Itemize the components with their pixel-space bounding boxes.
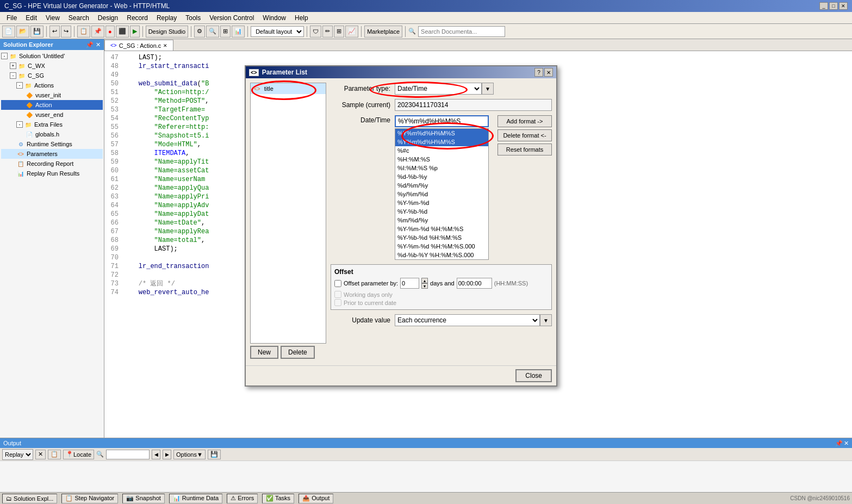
editor-tab-action[interactable]: <> C_SG : Action.c ✕ [104,40,173,51]
expand-cwx[interactable]: + [10,63,16,69]
datetime-option-2[interactable]: %#c [395,146,488,155]
pin-icon[interactable]: 📌 [86,41,94,48]
datetime-option-12[interactable]: %Y-%b-%d %H:%M:%S [395,233,488,242]
delete-format-btn[interactable]: Delete format <- [497,129,552,141]
toolbar-shield[interactable]: 🛡 [310,26,321,38]
toolbar-paste[interactable]: 📌 [91,26,104,38]
param-type-dropdown-btn[interactable]: ▼ [482,83,494,95]
toolbar-icon3[interactable]: ⊞ [220,26,231,38]
toolbar-rec-stop[interactable]: ⬛ [116,26,129,38]
expand-solution[interactable]: - [1,53,8,59]
output-replay-dropdown[interactable]: Replay [2,449,33,460]
datetime-option-7[interactable]: %y/%m/%d [395,190,488,198]
param-type-select[interactable]: Date/Time [395,83,482,95]
offset-up-btn[interactable]: ▲ [421,278,428,283]
expand-actions[interactable]: - [16,82,23,89]
modal-left-title-item[interactable]: <> title [251,83,326,94]
menu-record[interactable]: Record [122,13,152,23]
menu-replay[interactable]: Replay [152,13,181,23]
toolbar-pen[interactable]: ✏ [322,26,333,38]
toolbar-icon1[interactable]: ⚙ [194,26,205,38]
offset-down-btn[interactable]: ▼ [421,283,428,289]
offset-time-input[interactable] [457,278,492,289]
datetime-option-11[interactable]: %Y-%m-%d %H:%M:%S [395,225,488,233]
status-snapshot[interactable]: 📷 Snapshot [122,494,165,503]
toolbar-save[interactable]: 💾 [30,26,43,38]
datetime-option-8[interactable]: %Y-%m-%d [395,198,488,207]
toolbar-rec-start[interactable]: ● [105,26,115,38]
output-options-btn[interactable]: Options ▼ [173,450,206,459]
delete-btn[interactable]: Delete [281,346,315,359]
tree-item-solution[interactable]: - 📁 Solution 'Untitled' [1,51,103,61]
menu-help[interactable]: Help [290,13,313,23]
search-input[interactable] [418,26,505,37]
update-value-select[interactable]: Each occurrence Once Each iteration [395,314,540,326]
datetime-option-5[interactable]: %d-%b-%y [395,172,488,181]
status-tasks[interactable]: ✅ Tasks [262,494,294,503]
marketplace-btn[interactable]: Marketplace [364,26,402,38]
output-copy-btn[interactable]: 📋 [48,450,61,459]
tree-item-csg[interactable]: - 📁 C_SG [1,71,103,80]
datetime-option-9[interactable]: %Y-%b-%d [395,207,488,216]
datetime-option-selected-0[interactable]: %Y%m%d%H%M%S [395,129,488,138]
menu-search[interactable]: Search [64,13,94,23]
status-step-navigator[interactable]: 📋 Step Navigator [61,494,118,503]
toolbar-icon2[interactable]: 🔍 [206,26,219,38]
modal-close-btn[interactable]: Close [515,369,552,382]
toolbar-copy[interactable]: 📋 [77,26,90,38]
tree-item-globals[interactable]: 📄 globals.h [1,129,103,139]
working-days-checkbox[interactable] [334,291,341,298]
output-prev-btn[interactable]: ◀ [152,450,160,459]
output-clear-btn[interactable]: ✕ [35,450,46,459]
output-next-btn[interactable]: ▶ [163,450,171,459]
tree-item-recording-report[interactable]: 📋 Recording Report [1,159,103,169]
expand-csg[interactable]: - [10,72,16,79]
modal-title-close-btn[interactable]: ✕ [544,68,553,77]
status-output[interactable]: 📤 Output [298,494,333,503]
tree-item-cwx[interactable]: + 📁 C_WX [1,61,103,71]
toolbar-open[interactable]: 📂 [16,26,29,38]
output-save-btn[interactable]: 💾 [208,450,221,459]
output-locate-btn[interactable]: 📍 Locate [63,450,94,459]
datetime-option-10[interactable]: %m/%d/%y [395,216,488,225]
datetime-option-4[interactable]: %I:%M:%S %p [395,164,488,172]
toolbar-redo[interactable]: ↪ [61,26,71,38]
new-btn[interactable]: New [250,346,278,359]
tab-close-btn[interactable]: ✕ [163,43,167,48]
tree-item-parameters[interactable]: <> Parameters [1,149,103,159]
output-pin-icon[interactable]: 📌 [835,440,843,447]
datetime-option-13[interactable]: %Y-%m-%d %H:%M:%S.000 [395,242,488,251]
toolbar-chart[interactable]: 📈 [345,26,358,38]
tree-item-extra-files[interactable]: - 📁 Extra Files [1,120,103,129]
offset-checkbox[interactable] [334,280,341,287]
output-close-icon[interactable]: ✕ [844,440,849,447]
tree-item-actions[interactable]: - 📁 Actions [1,80,103,90]
menu-window[interactable]: Window [258,13,290,23]
minimize-btn[interactable]: _ [819,2,828,10]
offset-days-input[interactable] [400,278,419,289]
datetime-option-selected-1[interactable]: %Y%m%d%H%M%S [395,138,488,146]
expand-extra-files[interactable]: - [16,121,23,128]
tree-item-vuser-end[interactable]: 🔶 vuser_end [1,110,103,120]
modal-help-btn[interactable]: ? [534,68,543,77]
tree-item-action[interactable]: 🔶 Action [1,100,103,110]
tree-item-vuser-init[interactable]: 🔶 vuser_init [1,90,103,100]
datetime-option-14[interactable]: %d-%b-%Y %H:%M:%S.000 [395,251,488,259]
tree-item-runtime[interactable]: ⚙ Runtime Settings [1,139,103,149]
menu-edit[interactable]: Edit [21,13,41,23]
close-panel-icon[interactable]: ✕ [96,41,101,48]
status-solution-explorer[interactable]: 🗂 Solution Expl... [2,494,57,503]
add-format-btn[interactable]: Add format -> [497,115,552,127]
datetime-format-input[interactable] [395,115,489,127]
datetime-option-6[interactable]: %d/%m/%y [395,181,488,190]
prior-date-checkbox[interactable] [334,299,341,306]
output-search-input[interactable] [106,450,150,459]
toolbar-grid[interactable]: ⊞ [334,26,344,38]
tree-item-replay-results[interactable]: 📊 Replay Run Results [1,169,103,178]
layout-dropdown[interactable]: Default layout [251,26,304,37]
status-runtime-data[interactable]: 📊 Runtime Data [169,494,222,503]
sample-input[interactable] [395,99,552,111]
reset-formats-btn[interactable]: Reset formats [497,144,552,155]
design-studio-btn[interactable]: Design Studio [146,26,189,38]
menu-version-control[interactable]: Version Control [205,13,258,23]
